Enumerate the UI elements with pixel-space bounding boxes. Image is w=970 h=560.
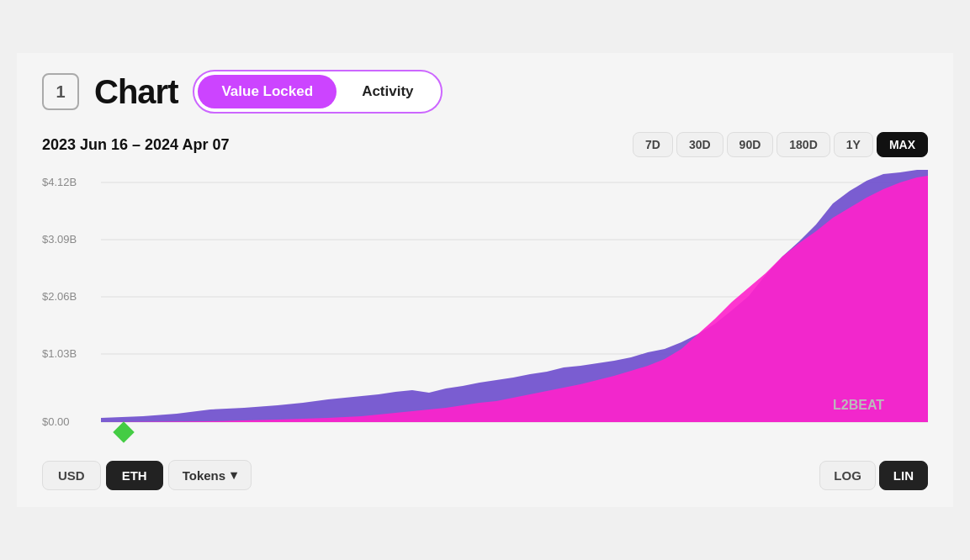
time-btn-7d[interactable]: 7D [633, 132, 673, 157]
time-btn-30d[interactable]: 30D [676, 132, 724, 157]
currency-group: USD ETH Tokens ▾ [42, 460, 252, 490]
time-btn-90d[interactable]: 90D [727, 132, 774, 157]
chart-number: 1 [42, 73, 79, 110]
watermark: L2BEAT [833, 398, 884, 412]
chart-area: $4.12B $3.09B $2.06B $1.03B $0.00 L2BEAT [42, 166, 928, 452]
bottom-controls: USD ETH Tokens ▾ LOG LIN [42, 460, 928, 490]
scale-btn-lin[interactable]: LIN [879, 461, 928, 490]
currency-btn-usd[interactable]: USD [42, 461, 101, 490]
controls-row: 2023 Jun 16 – 2024 Apr 07 7D 30D 90D 180… [42, 132, 928, 157]
scale-btn-log[interactable]: LOG [819, 461, 876, 490]
tokens-label: Tokens [183, 468, 225, 483]
time-btn-1y[interactable]: 1Y [834, 132, 873, 157]
tab-activity[interactable]: Activity [338, 75, 437, 108]
time-btn-max[interactable]: MAX [877, 132, 928, 157]
main-container: 1 Chart Value Locked Activity 2023 Jun 1… [17, 53, 953, 507]
tab-value-locked[interactable]: Value Locked [198, 75, 337, 108]
y-label-2b: $2.06B [42, 290, 77, 303]
chart-type-toggle: Value Locked Activity [193, 70, 442, 114]
y-label-1b: $1.03B [42, 347, 77, 360]
tokens-dropdown[interactable]: Tokens ▾ [168, 460, 252, 490]
y-label-3b: $3.09B [42, 233, 77, 246]
y-label-0: $0.00 [42, 415, 70, 428]
scale-group: LOG LIN [819, 461, 928, 490]
chevron-down-icon: ▾ [231, 468, 237, 483]
y-label-4b: $4.12B [42, 176, 77, 188]
time-btn-180d[interactable]: 180D [777, 132, 830, 157]
date-range: 2023 Jun 16 – 2024 Apr 07 [42, 136, 229, 154]
header-row: 1 Chart Value Locked Activity [42, 70, 928, 114]
page-title: Chart [94, 73, 178, 111]
chart-svg: $4.12B $3.09B $2.06B $1.03B $0.00 L2BEAT [42, 166, 928, 452]
time-buttons-group: 7D 30D 90D 180D 1Y MAX [633, 132, 928, 157]
currency-btn-eth[interactable]: ETH [106, 461, 163, 490]
